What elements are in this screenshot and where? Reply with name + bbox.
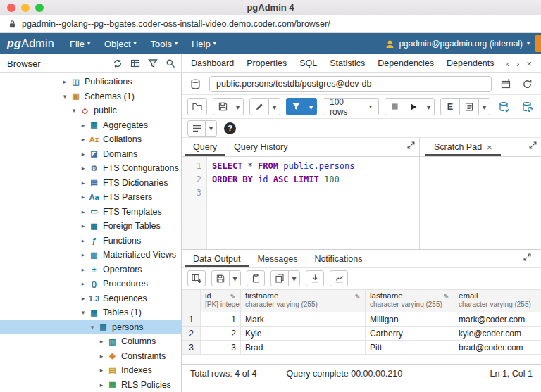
row-limit-select[interactable]: 100 rows▾ — [323, 98, 379, 115]
menu-file[interactable]: File▾ — [70, 39, 90, 49]
expand-editor-icon[interactable] — [403, 138, 419, 153]
tree-item-columns[interactable]: ▸▥Columns — [0, 334, 181, 349]
tree-item-domains[interactable]: ▸◪Domains — [0, 147, 181, 162]
tab-notifications[interactable]: Notifications — [306, 250, 371, 267]
tab-query-history[interactable]: Query History — [225, 138, 296, 156]
filter-tree-icon[interactable] — [144, 56, 161, 71]
menu-tools[interactable]: Tools▾ — [151, 39, 178, 49]
chevron-down-icon[interactable]: ▾ — [88, 324, 97, 331]
tree-item-functions[interactable]: ▸ƒFunctions — [0, 234, 181, 248]
tab-messages[interactable]: Messages — [249, 250, 306, 267]
url-text[interactable]: pgadmin--golang--pg--bgates.coder-oss-in… — [22, 19, 330, 29]
tab-dashboard[interactable]: Dashboard — [185, 54, 240, 72]
connection-path[interactable]: public.persons/testdb/postgres@dev-db — [209, 76, 492, 92]
chevron-right-icon[interactable]: ▸ — [79, 222, 87, 229]
chevron-right-icon[interactable]: ▸ — [79, 208, 87, 215]
tree-item-procedures[interactable]: ▸()Procedures — [0, 277, 181, 291]
explain-button[interactable]: E — [440, 98, 460, 115]
menu-object[interactable]: Object▾ — [104, 39, 137, 49]
help-button[interactable]: ? — [224, 122, 236, 134]
tree-item-schemas[interactable]: ▾▣Schemas (1) — [0, 89, 181, 104]
tree-item-materialized-views[interactable]: ▸▥Materialized Views — [0, 248, 181, 263]
edit-column-icon[interactable]: ✎ — [230, 293, 236, 301]
search-icon[interactable] — [162, 56, 178, 71]
tab-dependents[interactable]: Dependents — [440, 54, 500, 72]
expand-output-icon[interactable] — [519, 250, 535, 265]
edit-column-icon[interactable]: ✎ — [355, 293, 361, 301]
chevron-right-icon[interactable]: ▸ — [79, 251, 87, 258]
sql-editor[interactable]: 1 2 3 SELECT * FROM public.persons ORDER… — [182, 157, 419, 249]
expand-scratch-pad-icon[interactable] — [525, 138, 541, 153]
save-file-button[interactable] — [213, 98, 232, 115]
tree-item-operators[interactable]: ▸±Operators — [0, 263, 181, 277]
edit-button[interactable] — [249, 98, 269, 115]
new-connection-icon[interactable] — [497, 77, 514, 91]
chevron-right-icon[interactable]: ▸ — [97, 338, 106, 345]
refresh-tree-icon[interactable] — [109, 56, 125, 71]
row-number-header[interactable] — [182, 290, 201, 312]
chevron-down-icon[interactable]: ▾ — [79, 309, 87, 316]
cell-email[interactable]: brad@coder.com — [454, 341, 541, 355]
chevron-right-icon[interactable]: ▸ — [97, 367, 106, 374]
tabs-close-icon[interactable]: × — [523, 58, 535, 69]
tree-item-tables[interactable]: ▾▦Tables (1) — [0, 305, 181, 320]
copy-options-caret[interactable]: ▾ — [288, 270, 300, 286]
download-button[interactable] — [306, 270, 324, 286]
grid-view-icon[interactable] — [127, 56, 143, 71]
commit-icon[interactable] — [496, 99, 512, 114]
tab-properties[interactable]: Properties — [240, 54, 293, 72]
tab-data-output[interactable]: Data Output — [185, 250, 249, 267]
tabs-scroll-right-icon[interactable]: › — [513, 58, 523, 69]
chevron-right-icon[interactable]: ▸ — [79, 151, 87, 158]
tree-item-fts-parsers[interactable]: ▸AaFTS Parsers — [0, 190, 181, 205]
tab-query[interactable]: Query — [185, 138, 225, 156]
open-file-button[interactable] — [187, 98, 207, 115]
chevron-right-icon[interactable]: ▸ — [79, 136, 87, 143]
tabs-scroll-left-icon[interactable]: ‹ — [503, 58, 513, 69]
tree-item-indexes[interactable]: ▸▤Indexes — [0, 363, 181, 378]
chevron-down-icon[interactable]: ▾ — [61, 93, 69, 100]
stop-button[interactable] — [385, 98, 404, 115]
chevron-right-icon[interactable]: ▸ — [79, 280, 87, 287]
filter-options-caret[interactable]: ▾ — [305, 98, 317, 115]
cell-email[interactable]: kyle@coder.com — [454, 327, 541, 341]
close-scratch-pad-icon[interactable]: × — [487, 142, 492, 153]
tab-statistics[interactable]: Statistics — [323, 54, 371, 72]
paste-button[interactable] — [247, 270, 265, 286]
row-number-cell[interactable]: 2 — [182, 327, 201, 341]
cell-lastname[interactable]: Pitt — [366, 341, 454, 355]
save-data-caret[interactable]: ▾ — [229, 270, 241, 286]
tree-item-public-schema[interactable]: ▾◇public — [0, 103, 181, 118]
tree-item-publications[interactable]: ▸◫Publications — [0, 75, 181, 89]
edit-menu-button[interactable] — [187, 120, 206, 137]
minimize-window-button[interactable] — [21, 4, 30, 12]
chevron-right-icon[interactable]: ▸ — [97, 353, 106, 360]
tree-item-collations[interactable]: ▸AzCollations — [0, 132, 181, 147]
chart-button[interactable] — [330, 270, 348, 286]
add-row-button[interactable] — [187, 270, 206, 286]
close-window-button[interactable] — [7, 4, 15, 12]
tree-item-foreign-tables[interactable]: ▸▦Foreign Tables — [0, 219, 181, 234]
tab-dependencies[interactable]: Dependencies — [371, 54, 440, 72]
chevron-right-icon[interactable]: ▸ — [79, 165, 87, 172]
chevron-right-icon[interactable]: ▸ — [79, 179, 87, 186]
rollback-icon[interactable] — [519, 99, 535, 114]
column-header-id[interactable]: id[PK] integer✎ — [201, 290, 241, 312]
tree-item-constraints[interactable]: ▸◈Constraints — [0, 349, 181, 364]
cell-firstname[interactable]: Mark — [241, 312, 366, 327]
row-number-cell[interactable]: 1 — [182, 312, 201, 327]
explain-options-caret[interactable]: ▾ — [478, 98, 490, 115]
tree-item-fts-dictionaries[interactable]: ▸▤FTS Dictionaries — [0, 176, 181, 191]
column-header-email[interactable]: emailcharacter varying (255) — [454, 290, 541, 312]
cell-id[interactable]: 2 — [201, 327, 241, 341]
filter-button[interactable] — [286, 98, 306, 115]
edit-menu-caret[interactable]: ▾ — [205, 120, 217, 137]
column-header-lastname[interactable]: lastnamecharacter varying (255)✎ — [366, 290, 454, 312]
cell-id[interactable]: 3 — [201, 341, 241, 355]
edit-options-caret[interactable]: ▾ — [268, 98, 280, 115]
user-menu[interactable]: pgadmin@pgadmin.org (internal) ▾ — [385, 39, 541, 49]
tree-item-rls-policies[interactable]: ▸▦RLS Policies — [0, 378, 181, 392]
tree-item-fts-configurations[interactable]: ▸⚙FTS Configurations — [0, 161, 181, 176]
sql-code[interactable]: SELECT * FROM public.persons ORDER BY id… — [207, 157, 354, 249]
column-header-firstname[interactable]: firstnamecharacter varying (255)✎ — [241, 290, 366, 312]
